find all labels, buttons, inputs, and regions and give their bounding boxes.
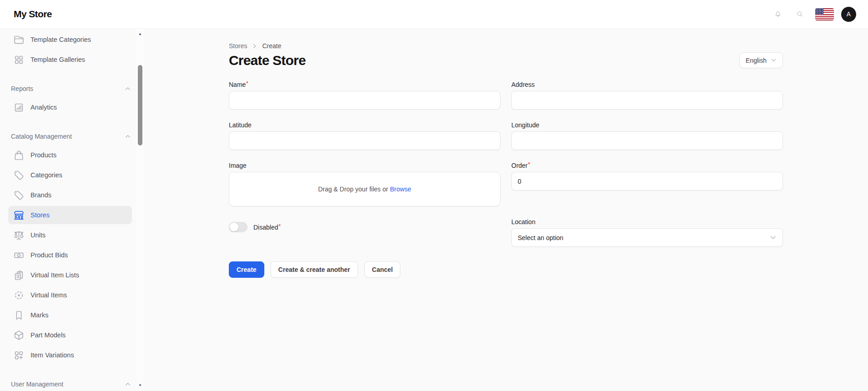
scrollbar-up-arrow[interactable]: ▲ <box>136 30 144 38</box>
form-actions: Create Create & create another Cancel <box>229 261 783 278</box>
name-input[interactable] <box>229 91 500 110</box>
sidebar-item-label: Stores <box>30 211 50 219</box>
folder-icon <box>14 35 24 45</box>
banknote-icon <box>14 250 24 261</box>
sidebar-item-label: Product Bids <box>30 251 68 259</box>
sidebar-item-label: Categories <box>30 171 62 179</box>
order-input[interactable] <box>511 172 783 190</box>
browse-link[interactable]: Browse <box>390 185 411 193</box>
dashed-circle-icon <box>14 290 24 301</box>
sidebar-item-label: Brands <box>30 191 51 199</box>
sidebar-item-virtual-item-lists[interactable]: Virtual Item Lists <box>8 266 132 284</box>
sidebar-item-label: Products <box>30 151 56 159</box>
address-label: Address <box>511 81 535 88</box>
sidebar-section-header-catalog-management[interactable]: Catalog Management <box>8 133 132 140</box>
sidebar-item-label: Template Categories <box>30 36 91 43</box>
main-content: Stores Create Create Store English Name* <box>144 0 868 278</box>
name-label: Name <box>229 81 246 88</box>
image-dropzone[interactable]: Drag & Drop your files or Browse <box>229 172 500 206</box>
order-label: Order <box>511 162 528 169</box>
sidebar-scrollbar: ▲ ▼ <box>136 29 144 391</box>
sidebar-item-categories[interactable]: Categories <box>8 166 132 184</box>
disabled-field-group: Disabled* <box>229 218 500 232</box>
language-switcher-button[interactable] <box>814 6 835 22</box>
sidebar-item-label: Units <box>30 231 45 239</box>
sidebar-item-brands[interactable]: Brands <box>8 186 132 204</box>
sidebar-section-reports: Reports Analytics <box>8 85 132 116</box>
sidebar-item-label: Item Variations <box>30 351 74 359</box>
sidebar-item-label: Virtual Item Lists <box>30 271 79 279</box>
tag-icon <box>14 170 24 180</box>
breadcrumb: Stores Create <box>229 42 783 50</box>
sidebar-item-item-variations[interactable]: Item Variations <box>8 346 132 364</box>
sidebar-item-template-galleries[interactable]: Template Galleries <box>8 50 132 69</box>
user-avatar[interactable]: A <box>841 7 856 22</box>
sidebar-item-part-models[interactable]: Part Models <box>8 326 132 344</box>
sidebar-item-label: Analytics <box>30 104 57 111</box>
image-field-group: Image Drag & Drop your files or Browse <box>229 162 500 206</box>
disabled-label: Disabled <box>253 224 278 231</box>
address-input[interactable] <box>511 91 783 110</box>
sidebar-item-units[interactable]: Units <box>8 226 132 244</box>
bookmark-icon <box>14 310 24 321</box>
location-label: Location <box>511 218 535 226</box>
chevron-down-icon <box>771 57 777 63</box>
breadcrumb-current: Create <box>262 42 281 50</box>
search-icon <box>797 11 803 17</box>
latitude-field-group: Latitude <box>229 121 500 150</box>
section-label: Catalog Management <box>11 133 72 140</box>
create-button[interactable]: Create <box>229 261 264 278</box>
language-select-label: English <box>746 57 767 64</box>
language-select-button[interactable]: English <box>739 52 783 68</box>
chevron-right-icon <box>252 43 257 49</box>
disabled-toggle[interactable] <box>229 222 247 232</box>
location-select[interactable]: Select an option <box>511 228 783 247</box>
image-label: Image <box>229 162 247 169</box>
brand-logo[interactable]: My Store <box>14 9 52 20</box>
chevron-up-icon <box>125 381 131 387</box>
topbar-actions: A <box>770 6 856 22</box>
dropzone-text: Drag & Drop your files or <box>318 185 388 193</box>
scrollbar-down-arrow[interactable]: ▼ <box>136 382 144 389</box>
breadcrumb-stores-link[interactable]: Stores <box>229 42 247 50</box>
sidebar-section-header-user-management[interactable]: User Management <box>8 381 132 388</box>
scrollbar-thumb[interactable] <box>138 65 142 145</box>
sidebar-item-label: Part Models <box>30 331 66 339</box>
latitude-label: Latitude <box>229 121 252 129</box>
sidebar-section-user-management: User Management <box>8 381 132 388</box>
create-and-create-another-button[interactable]: Create & create another <box>271 261 358 278</box>
us-flag-icon <box>815 8 834 20</box>
longitude-input[interactable] <box>511 131 783 150</box>
sidebar-item-products[interactable]: Products <box>8 146 132 164</box>
sidebar-section-header-reports[interactable]: Reports <box>8 85 132 92</box>
address-field-group: Address <box>511 81 783 110</box>
sidebar-item-stores[interactable]: Stores <box>8 206 132 224</box>
squares-plus-icon <box>14 350 24 361</box>
sidebar-item-marks[interactable]: Marks <box>8 306 132 324</box>
bell-icon <box>775 11 781 17</box>
sidebar-item-template-categories[interactable]: Template Categories <box>8 30 132 49</box>
sidebar-section-catalog-management: Catalog Management Products Categories <box>8 133 132 364</box>
name-field-group: Name* <box>229 81 500 110</box>
grid-squares-icon <box>14 55 24 65</box>
notifications-button[interactable] <box>770 6 786 22</box>
toggle-knob <box>230 223 238 231</box>
longitude-label: Longitude <box>511 121 540 129</box>
page-title: Create Store <box>229 53 306 68</box>
sidebar-nav: Template Categories Template Galleries R… <box>0 29 144 388</box>
sidebar-item-analytics[interactable]: Analytics <box>8 98 132 116</box>
topbar: My Store A <box>0 0 868 29</box>
chevron-up-icon <box>125 133 131 140</box>
sidebar-item-product-bids[interactable]: Product Bids <box>8 246 132 264</box>
longitude-field-group: Longitude <box>511 121 783 150</box>
cancel-button[interactable]: Cancel <box>364 261 401 278</box>
required-marker: * <box>528 162 530 167</box>
cube-icon <box>14 330 24 341</box>
search-button[interactable] <box>792 6 807 22</box>
section-label: User Management <box>11 381 63 388</box>
chevron-up-icon <box>125 85 131 92</box>
sidebar-item-virtual-items[interactable]: Virtual Items <box>8 286 132 304</box>
chevron-down-icon <box>770 234 777 241</box>
latitude-input[interactable] <box>229 131 500 150</box>
sidebar-item-label: Template Galleries <box>30 56 85 63</box>
